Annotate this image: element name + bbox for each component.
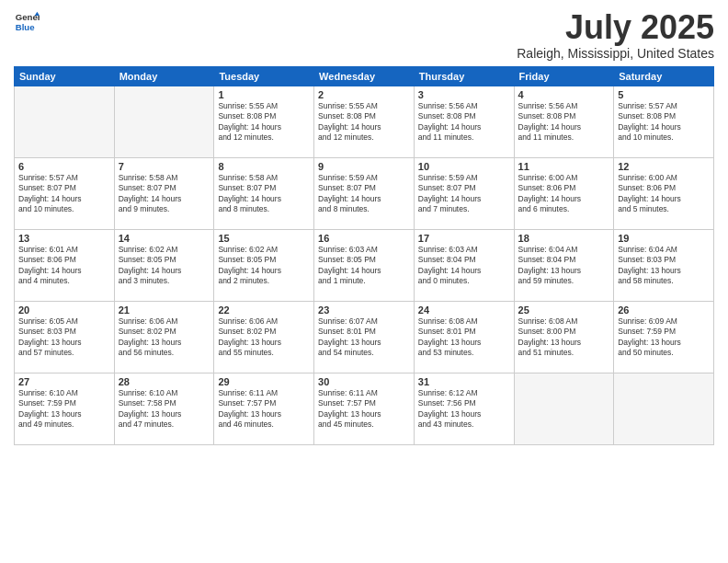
calendar-week-1: 6Sunrise: 5:57 AM Sunset: 8:07 PM Daylig… <box>15 157 714 229</box>
calendar-cell: 12Sunrise: 6:00 AM Sunset: 8:06 PM Dayli… <box>614 157 714 229</box>
day-number: 22 <box>218 304 310 316</box>
day-info: Sunrise: 6:04 AM Sunset: 8:04 PM Dayligh… <box>518 245 610 287</box>
calendar-cell: 27Sunrise: 6:10 AM Sunset: 7:59 PM Dayli… <box>15 373 115 444</box>
day-info: Sunrise: 5:56 AM Sunset: 8:08 PM Dayligh… <box>418 101 510 144</box>
day-info: Sunrise: 5:58 AM Sunset: 8:07 PM Dayligh… <box>119 173 210 215</box>
day-info: Sunrise: 6:00 AM Sunset: 8:06 PM Dayligh… <box>618 173 710 215</box>
calendar-cell: 9Sunrise: 5:59 AM Sunset: 8:07 PM Daylig… <box>314 157 415 229</box>
day-number: 11 <box>518 161 610 172</box>
calendar-cell: 13Sunrise: 6:01 AM Sunset: 8:06 PM Dayli… <box>15 229 115 301</box>
calendar-week-3: 20Sunrise: 6:05 AM Sunset: 8:03 PM Dayli… <box>15 301 714 373</box>
day-info: Sunrise: 5:57 AM Sunset: 8:07 PM Dayligh… <box>18 173 110 215</box>
calendar-cell: 23Sunrise: 6:07 AM Sunset: 8:01 PM Dayli… <box>314 301 415 373</box>
calendar-cell: 26Sunrise: 6:09 AM Sunset: 7:59 PM Dayli… <box>614 301 714 373</box>
day-number: 24 <box>418 304 510 316</box>
calendar-week-4: 27Sunrise: 6:10 AM Sunset: 7:59 PM Dayli… <box>15 373 714 444</box>
calendar-cell: 7Sunrise: 5:58 AM Sunset: 8:07 PM Daylig… <box>114 157 214 229</box>
calendar-cell: 4Sunrise: 5:56 AM Sunset: 8:08 PM Daylig… <box>514 86 614 157</box>
calendar-cell: 30Sunrise: 6:11 AM Sunset: 7:57 PM Dayli… <box>314 373 415 444</box>
day-info: Sunrise: 6:11 AM Sunset: 7:57 PM Dayligh… <box>318 388 410 431</box>
day-number: 26 <box>618 304 710 316</box>
day-info: Sunrise: 6:06 AM Sunset: 8:02 PM Dayligh… <box>119 316 210 359</box>
col-wednesday: Wednesday <box>314 66 415 86</box>
calendar-cell: 31Sunrise: 6:12 AM Sunset: 7:56 PM Dayli… <box>414 373 514 444</box>
calendar-cell: 6Sunrise: 5:57 AM Sunset: 8:07 PM Daylig… <box>15 157 115 229</box>
day-info: Sunrise: 6:04 AM Sunset: 8:03 PM Dayligh… <box>618 245 710 287</box>
day-info: Sunrise: 6:09 AM Sunset: 7:59 PM Dayligh… <box>618 316 710 359</box>
day-number: 25 <box>518 304 610 316</box>
day-number: 5 <box>618 89 710 100</box>
day-info: Sunrise: 5:58 AM Sunset: 8:07 PM Dayligh… <box>218 173 310 215</box>
day-info: Sunrise: 6:12 AM Sunset: 7:56 PM Dayligh… <box>418 388 510 431</box>
calendar-week-0: 1Sunrise: 5:55 AM Sunset: 8:08 PM Daylig… <box>15 86 714 157</box>
day-info: Sunrise: 5:55 AM Sunset: 8:08 PM Dayligh… <box>318 101 410 144</box>
header: General Blue July 2025 Raleigh, Mississi… <box>14 9 714 61</box>
logo: General Blue <box>14 9 40 35</box>
col-friday: Friday <box>514 66 614 86</box>
day-info: Sunrise: 5:59 AM Sunset: 8:07 PM Dayligh… <box>418 173 510 215</box>
day-number: 27 <box>18 376 110 387</box>
calendar-cell: 2Sunrise: 5:55 AM Sunset: 8:08 PM Daylig… <box>314 86 415 157</box>
day-info: Sunrise: 5:57 AM Sunset: 8:08 PM Dayligh… <box>618 101 710 144</box>
day-number: 13 <box>18 233 110 244</box>
day-info: Sunrise: 5:55 AM Sunset: 8:08 PM Dayligh… <box>218 101 310 144</box>
title-location: Raleigh, Mississippi, United States <box>517 46 714 61</box>
calendar-week-2: 13Sunrise: 6:01 AM Sunset: 8:06 PM Dayli… <box>15 229 714 301</box>
day-info: Sunrise: 6:03 AM Sunset: 8:04 PM Dayligh… <box>418 245 510 287</box>
col-thursday: Thursday <box>414 66 514 86</box>
day-number: 4 <box>518 89 610 100</box>
day-info: Sunrise: 6:11 AM Sunset: 7:57 PM Dayligh… <box>218 388 310 431</box>
day-info: Sunrise: 6:03 AM Sunset: 8:05 PM Dayligh… <box>318 245 410 287</box>
calendar-cell <box>514 373 614 444</box>
calendar-cell: 16Sunrise: 6:03 AM Sunset: 8:05 PM Dayli… <box>314 229 415 301</box>
day-number: 20 <box>18 304 110 316</box>
logo-icon: General Blue <box>14 9 40 35</box>
calendar-cell <box>15 86 115 157</box>
day-number: 14 <box>119 233 210 244</box>
day-info: Sunrise: 6:06 AM Sunset: 8:02 PM Dayligh… <box>218 316 310 359</box>
calendar-cell: 10Sunrise: 5:59 AM Sunset: 8:07 PM Dayli… <box>414 157 514 229</box>
day-number: 23 <box>318 304 410 316</box>
col-saturday: Saturday <box>614 66 714 86</box>
day-info: Sunrise: 6:07 AM Sunset: 8:01 PM Dayligh… <box>318 316 410 359</box>
calendar-header: Sunday Monday Tuesday Wednesday Thursday… <box>15 66 714 86</box>
day-number: 29 <box>218 376 310 387</box>
day-number: 10 <box>418 161 510 172</box>
day-info: Sunrise: 5:56 AM Sunset: 8:08 PM Dayligh… <box>518 101 610 144</box>
header-row: Sunday Monday Tuesday Wednesday Thursday… <box>15 66 714 86</box>
calendar-cell: 17Sunrise: 6:03 AM Sunset: 8:04 PM Dayli… <box>414 229 514 301</box>
calendar-cell <box>114 86 214 157</box>
calendar-cell: 22Sunrise: 6:06 AM Sunset: 8:02 PM Dayli… <box>214 301 314 373</box>
calendar-cell: 29Sunrise: 6:11 AM Sunset: 7:57 PM Dayli… <box>214 373 314 444</box>
calendar-cell: 3Sunrise: 5:56 AM Sunset: 8:08 PM Daylig… <box>414 86 514 157</box>
day-number: 1 <box>218 89 310 100</box>
calendar-cell: 5Sunrise: 5:57 AM Sunset: 8:08 PM Daylig… <box>614 86 714 157</box>
day-number: 19 <box>618 233 710 244</box>
title-block: July 2025 Raleigh, Mississippi, United S… <box>517 9 714 61</box>
day-info: Sunrise: 6:10 AM Sunset: 7:59 PM Dayligh… <box>18 388 110 431</box>
calendar-cell: 18Sunrise: 6:04 AM Sunset: 8:04 PM Dayli… <box>514 229 614 301</box>
day-number: 8 <box>218 161 310 172</box>
col-monday: Monday <box>114 66 214 86</box>
day-number: 3 <box>418 89 510 100</box>
title-month: July 2025 <box>517 9 714 46</box>
svg-text:Blue: Blue <box>16 22 35 32</box>
day-info: Sunrise: 6:08 AM Sunset: 8:01 PM Dayligh… <box>418 316 510 359</box>
day-number: 17 <box>418 233 510 244</box>
day-number: 30 <box>318 376 410 387</box>
col-sunday: Sunday <box>15 66 115 86</box>
day-number: 2 <box>318 89 410 100</box>
calendar-cell: 1Sunrise: 5:55 AM Sunset: 8:08 PM Daylig… <box>214 86 314 157</box>
day-number: 12 <box>618 161 710 172</box>
day-number: 31 <box>418 376 510 387</box>
calendar-cell: 28Sunrise: 6:10 AM Sunset: 7:58 PM Dayli… <box>114 373 214 444</box>
day-number: 15 <box>218 233 310 244</box>
calendar-cell: 21Sunrise: 6:06 AM Sunset: 8:02 PM Dayli… <box>114 301 214 373</box>
day-number: 7 <box>119 161 210 172</box>
calendar-table: Sunday Monday Tuesday Wednesday Thursday… <box>14 66 714 445</box>
day-info: Sunrise: 6:02 AM Sunset: 8:05 PM Dayligh… <box>218 245 310 287</box>
day-number: 16 <box>318 233 410 244</box>
calendar-cell: 20Sunrise: 6:05 AM Sunset: 8:03 PM Dayli… <box>15 301 115 373</box>
day-number: 9 <box>318 161 410 172</box>
page: General Blue July 2025 Raleigh, Mississi… <box>0 0 728 563</box>
